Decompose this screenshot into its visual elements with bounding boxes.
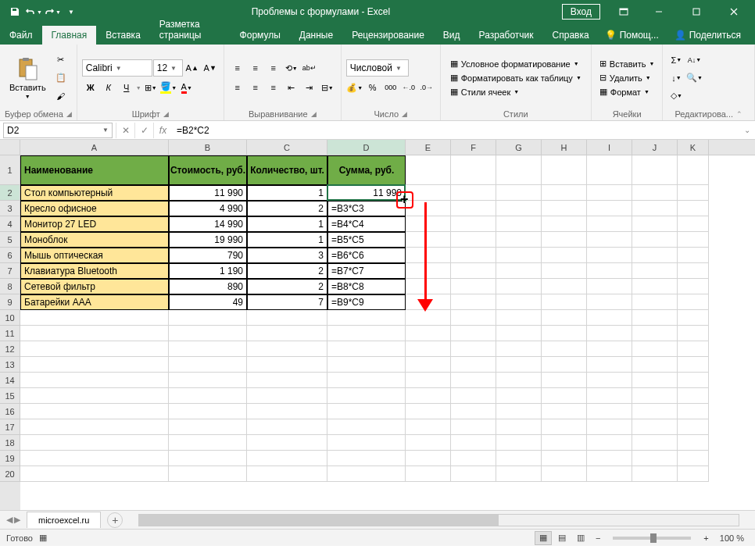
row-header-11[interactable]: 11: [0, 326, 20, 341]
cell-K20[interactable]: [678, 466, 709, 482]
cell-H6[interactable]: [542, 248, 587, 263]
cell-I7[interactable]: [587, 263, 632, 279]
cell-H20[interactable]: [542, 466, 587, 482]
cancel-formula-button[interactable]: ✕: [116, 123, 134, 138]
cell-E11[interactable]: [406, 326, 451, 341]
share-button[interactable]: 👤Поделиться: [668, 26, 747, 45]
row-header-16[interactable]: 16: [0, 404, 20, 419]
cell-K15[interactable]: [678, 388, 709, 404]
cell-B6[interactable]: 790: [169, 248, 247, 263]
cell-C14[interactable]: [247, 373, 327, 388]
cell-H14[interactable]: [542, 373, 587, 388]
cell-D6[interactable]: =B6*C6: [327, 248, 406, 263]
clear-button[interactable]: ◇▼: [667, 87, 685, 105]
decrease-font-button[interactable]: A▼: [202, 59, 219, 77]
cell-E5[interactable]: [406, 232, 451, 248]
cell-I13[interactable]: [587, 357, 632, 373]
zoom-in-button[interactable]: +: [699, 533, 713, 543]
percent-button[interactable]: %: [364, 79, 381, 96]
cell-I4[interactable]: [587, 216, 632, 232]
cell-G17[interactable]: [496, 419, 542, 435]
cell-F2[interactable]: [451, 185, 496, 201]
conditional-formatting-button[interactable]: ▦Условное форматирование▼: [445, 57, 586, 70]
row-header-7[interactable]: 7: [0, 263, 20, 279]
cell-J3[interactable]: [632, 201, 678, 216]
cell-B2[interactable]: 11 990: [169, 185, 247, 201]
cell-G19[interactable]: [496, 451, 542, 466]
cell-G1[interactable]: [496, 155, 542, 185]
autosum-button[interactable]: Σ▼: [667, 52, 685, 69]
add-sheet-button[interactable]: +: [107, 512, 123, 528]
column-header-B[interactable]: B: [169, 140, 247, 155]
cell-G10[interactable]: [496, 310, 542, 326]
cell-F7[interactable]: [451, 263, 496, 279]
cell-H3[interactable]: [542, 201, 587, 216]
cell-D9[interactable]: =B9*C9: [327, 294, 406, 310]
minimize-button[interactable]: [641, 0, 677, 23]
cell-C16[interactable]: [247, 404, 327, 419]
cell-D11[interactable]: [327, 326, 406, 341]
format-as-table-button[interactable]: ▦Форматировать как таблицу▼: [445, 71, 586, 84]
cell-K2[interactable]: [678, 185, 709, 201]
cell-D20[interactable]: [327, 466, 406, 482]
cell-D4[interactable]: =B4*C4: [327, 216, 406, 232]
cell-A10[interactable]: [20, 310, 169, 326]
cell-J5[interactable]: [632, 232, 678, 248]
cell-I8[interactable]: [587, 279, 632, 294]
row-header-4[interactable]: 4: [0, 216, 20, 232]
cell-F3[interactable]: [451, 201, 496, 216]
cell-E12[interactable]: [406, 341, 451, 357]
cell-E13[interactable]: [406, 357, 451, 373]
cell-H12[interactable]: [542, 341, 587, 357]
cell-D7[interactable]: =B7*C7: [327, 263, 406, 279]
cell-D1[interactable]: Сумма, руб.: [327, 155, 406, 185]
cell-A11[interactable]: [20, 326, 169, 341]
cell-I18[interactable]: [587, 435, 632, 451]
row-header-9[interactable]: 9: [0, 294, 20, 310]
cell-J20[interactable]: [632, 466, 678, 482]
number-dialog-launcher[interactable]: ◢: [402, 110, 407, 118]
maximize-button[interactable]: [678, 0, 714, 23]
cell-I9[interactable]: [587, 294, 632, 310]
cell-K6[interactable]: [678, 248, 709, 263]
cell-J10[interactable]: [632, 310, 678, 326]
zoom-level[interactable]: 100 %: [715, 533, 749, 543]
cell-B4[interactable]: 14 990: [169, 216, 247, 232]
cell-E15[interactable]: [406, 388, 451, 404]
cell-A3[interactable]: Кресло офисное: [20, 201, 169, 216]
cell-I20[interactable]: [587, 466, 632, 482]
cell-C4[interactable]: 1: [247, 216, 327, 232]
cell-J11[interactable]: [632, 326, 678, 341]
cell-B16[interactable]: [169, 404, 247, 419]
row-header-3[interactable]: 3: [0, 201, 20, 216]
cell-C8[interactable]: 2: [247, 279, 327, 294]
cell-E10[interactable]: [406, 310, 451, 326]
page-layout-view-button[interactable]: ▤: [553, 531, 571, 545]
cell-F15[interactable]: [451, 388, 496, 404]
insert-function-button[interactable]: fx: [153, 123, 172, 138]
macro-record-icon[interactable]: ▦: [39, 533, 47, 543]
row-header-19[interactable]: 19: [0, 451, 20, 466]
cell-I11[interactable]: [587, 326, 632, 341]
cell-C13[interactable]: [247, 357, 327, 373]
cell-J1[interactable]: [632, 155, 678, 185]
cell-H9[interactable]: [542, 294, 587, 310]
cell-J16[interactable]: [632, 404, 678, 419]
normal-view-button[interactable]: ▦: [535, 531, 552, 545]
cell-C7[interactable]: 2: [247, 263, 327, 279]
cell-J6[interactable]: [632, 248, 678, 263]
cell-F16[interactable]: [451, 404, 496, 419]
increase-font-button[interactable]: A▲: [184, 59, 201, 77]
cell-E17[interactable]: [406, 419, 451, 435]
name-box[interactable]: D2▼: [3, 123, 113, 138]
cell-B11[interactable]: [169, 326, 247, 341]
tab-file[interactable]: Файл: [0, 26, 42, 45]
cell-C1[interactable]: Количество, шт.: [247, 155, 327, 185]
align-center-button[interactable]: ≡: [247, 79, 264, 96]
cell-G2[interactable]: [496, 185, 542, 201]
cell-E1[interactable]: [406, 155, 451, 185]
cell-E14[interactable]: [406, 373, 451, 388]
cell-A15[interactable]: [20, 388, 169, 404]
cell-H15[interactable]: [542, 388, 587, 404]
cell-D19[interactable]: [327, 451, 406, 466]
